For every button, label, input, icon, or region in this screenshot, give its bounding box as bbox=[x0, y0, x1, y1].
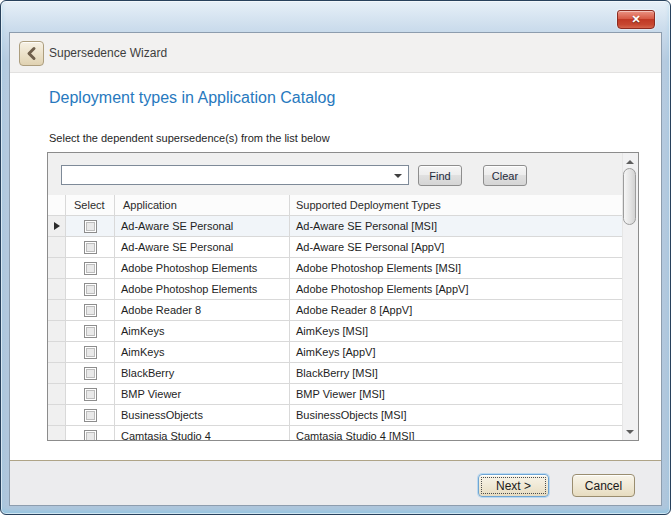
table-row: BlackBerryBlackBerry [MSI] bbox=[48, 363, 622, 384]
filter-combobox[interactable] bbox=[61, 165, 409, 185]
grid-body: Ad-Aware SE PersonalAd-Aware SE Personal… bbox=[48, 216, 622, 441]
table-row: Ad-Aware SE PersonalAd-Aware SE Personal… bbox=[48, 216, 622, 237]
wizard-window: ✕ Supersedence Wizard Deployment types i… bbox=[0, 0, 671, 515]
row-checkbox[interactable] bbox=[84, 430, 97, 442]
row-header-cell[interactable] bbox=[48, 384, 66, 405]
grid-corner-cell bbox=[48, 195, 66, 216]
wizard-header: Supersedence Wizard bbox=[10, 33, 661, 73]
row-checkbox[interactable] bbox=[84, 346, 97, 359]
page-title: Deployment types in Application Catalog bbox=[49, 89, 335, 107]
column-header-application[interactable]: Application bbox=[115, 195, 290, 216]
application-cell[interactable]: AimKeys bbox=[115, 321, 290, 342]
table-row: Adobe Photoshop ElementsAdobe Photoshop … bbox=[48, 279, 622, 300]
select-cell bbox=[66, 321, 115, 342]
close-button[interactable]: ✕ bbox=[617, 10, 655, 29]
supersedence-list-panel: Find Clear Select Application Supported … bbox=[47, 152, 639, 441]
row-header-cell[interactable] bbox=[48, 216, 66, 237]
select-cell bbox=[66, 405, 115, 426]
cancel-button[interactable]: Cancel bbox=[572, 474, 635, 497]
deployment-type-cell[interactable]: BMP Viewer [MSI] bbox=[290, 384, 622, 405]
table-row: BusinessObjectsBusinessObjects [MSI] bbox=[48, 405, 622, 426]
table-row: AimKeysAimKeys [MSI] bbox=[48, 321, 622, 342]
grid-header-row: Select Application Supported Deployment … bbox=[48, 195, 622, 216]
row-checkbox[interactable] bbox=[84, 325, 97, 338]
application-cell[interactable]: Ad-Aware SE Personal bbox=[115, 216, 290, 237]
select-cell bbox=[66, 258, 115, 279]
row-checkbox[interactable] bbox=[84, 262, 97, 275]
deployment-type-cell[interactable]: AimKeys [AppV] bbox=[290, 342, 622, 363]
select-cell bbox=[66, 300, 115, 321]
deployment-type-cell[interactable]: Adobe Reader 8 [AppV] bbox=[290, 300, 622, 321]
chevron-left-icon bbox=[26, 46, 37, 61]
column-header-deployment-types[interactable]: Supported Deployment Types bbox=[290, 195, 622, 216]
select-cell bbox=[66, 363, 115, 384]
dialog-client-area: Supersedence Wizard Deployment types in … bbox=[9, 32, 662, 506]
clear-button[interactable]: Clear bbox=[483, 165, 527, 186]
table-row: Adobe Reader 8Adobe Reader 8 [AppV] bbox=[48, 300, 622, 321]
row-header-cell[interactable] bbox=[48, 342, 66, 363]
row-header-cell[interactable] bbox=[48, 321, 66, 342]
application-cell[interactable]: Adobe Photoshop Elements bbox=[115, 279, 290, 300]
row-checkbox[interactable] bbox=[84, 409, 97, 422]
application-cell[interactable]: Camtasia Studio 4 bbox=[115, 426, 290, 441]
select-cell bbox=[66, 426, 115, 441]
row-checkbox[interactable] bbox=[84, 283, 97, 296]
deployment-type-cell[interactable]: BusinessObjects [MSI] bbox=[290, 405, 622, 426]
row-header-cell[interactable] bbox=[48, 363, 66, 384]
find-button[interactable]: Find bbox=[418, 165, 462, 186]
next-button[interactable]: Next > bbox=[478, 474, 549, 497]
row-header-cell[interactable] bbox=[48, 405, 66, 426]
instruction-label: Select the dependent supersedence(s) fro… bbox=[49, 132, 330, 144]
row-header-cell[interactable] bbox=[48, 279, 66, 300]
deployment-type-cell[interactable]: BlackBerry [MSI] bbox=[290, 363, 622, 384]
application-cell[interactable]: Adobe Reader 8 bbox=[115, 300, 290, 321]
triangle-up-icon bbox=[626, 160, 634, 164]
deployment-type-cell[interactable]: Ad-Aware SE Personal [MSI] bbox=[290, 216, 622, 237]
select-cell bbox=[66, 384, 115, 405]
scrollbar-thumb[interactable] bbox=[623, 168, 636, 225]
deployment-type-cell[interactable]: Ad-Aware SE Personal [AppV] bbox=[290, 237, 622, 258]
row-header-cell[interactable] bbox=[48, 426, 66, 441]
deployment-type-cell[interactable]: Adobe Photoshop Elements [MSI] bbox=[290, 258, 622, 279]
row-checkbox[interactable] bbox=[84, 220, 97, 233]
application-cell[interactable]: Ad-Aware SE Personal bbox=[115, 237, 290, 258]
deployment-type-cell[interactable]: Adobe Photoshop Elements [AppV] bbox=[290, 279, 622, 300]
select-cell bbox=[66, 216, 115, 237]
table-row: AimKeysAimKeys [AppV] bbox=[48, 342, 622, 363]
scroll-down-button[interactable] bbox=[622, 423, 638, 440]
application-cell[interactable]: BlackBerry bbox=[115, 363, 290, 384]
application-cell[interactable]: AimKeys bbox=[115, 342, 290, 363]
filter-combobox-input[interactable] bbox=[64, 167, 388, 183]
vertical-scrollbar[interactable] bbox=[622, 153, 638, 440]
table-row: Adobe Photoshop ElementsAdobe Photoshop … bbox=[48, 258, 622, 279]
application-cell[interactable]: Adobe Photoshop Elements bbox=[115, 258, 290, 279]
row-header-cell[interactable] bbox=[48, 237, 66, 258]
column-header-select[interactable]: Select bbox=[66, 195, 115, 216]
deployment-type-cell[interactable]: AimKeys [MSI] bbox=[290, 321, 622, 342]
close-icon: ✕ bbox=[631, 14, 640, 25]
deployment-type-cell[interactable]: Camtasia Studio 4 [MSI] bbox=[290, 426, 622, 441]
select-cell bbox=[66, 237, 115, 258]
back-button[interactable] bbox=[19, 41, 44, 66]
table-row: Ad-Aware SE PersonalAd-Aware SE Personal… bbox=[48, 237, 622, 258]
applications-grid: Select Application Supported Deployment … bbox=[48, 195, 622, 441]
row-checkbox[interactable] bbox=[84, 304, 97, 317]
row-header-cell[interactable] bbox=[48, 258, 66, 279]
row-header-cell[interactable] bbox=[48, 300, 66, 321]
select-cell bbox=[66, 279, 115, 300]
table-row: BMP ViewerBMP Viewer [MSI] bbox=[48, 384, 622, 405]
current-row-indicator-icon bbox=[54, 222, 60, 230]
application-cell[interactable]: BusinessObjects bbox=[115, 405, 290, 426]
chevron-down-icon[interactable] bbox=[394, 174, 402, 178]
row-checkbox[interactable] bbox=[84, 388, 97, 401]
wizard-title: Supersedence Wizard bbox=[49, 33, 167, 73]
application-cell[interactable]: BMP Viewer bbox=[115, 384, 290, 405]
footer: Next > Cancel bbox=[10, 461, 661, 505]
select-cell bbox=[66, 342, 115, 363]
triangle-down-icon bbox=[626, 430, 634, 434]
row-checkbox[interactable] bbox=[84, 367, 97, 380]
table-row: Camtasia Studio 4Camtasia Studio 4 [MSI] bbox=[48, 426, 622, 441]
row-checkbox[interactable] bbox=[84, 241, 97, 254]
